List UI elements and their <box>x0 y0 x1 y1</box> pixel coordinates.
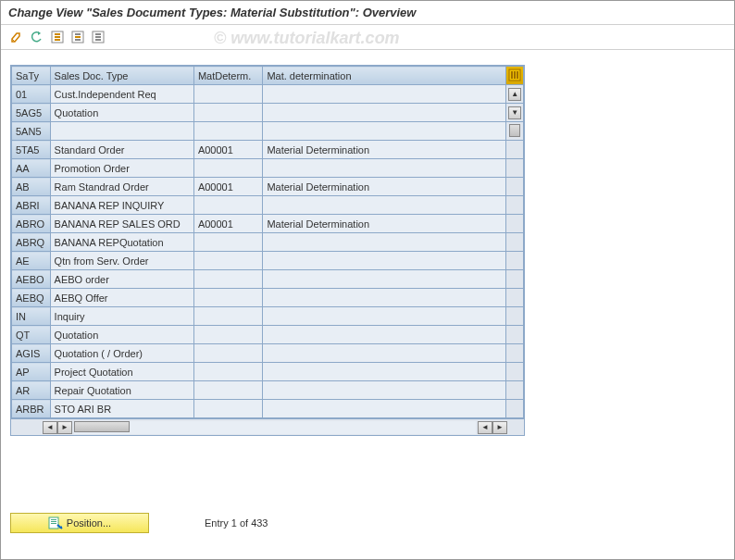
cell-matdet[interactable]: A00001 <box>193 178 263 196</box>
scroll-track[interactable] <box>74 421 476 434</box>
col-header-matdet[interactable]: MatDeterm. <box>193 67 263 85</box>
scroll-up-button[interactable]: ▲ <box>508 88 521 101</box>
cell-saty[interactable]: AEBO <box>12 270 51 289</box>
undo-icon[interactable] <box>29 29 45 45</box>
cell-saty[interactable]: AE <box>12 252 51 270</box>
col-header-doctype[interactable]: Sales Doc. Type <box>50 67 193 85</box>
cell-doctype[interactable]: BANANA REPQuotation <box>50 233 193 252</box>
scroll-left-button[interactable]: ◄ <box>43 421 57 434</box>
table-row[interactable]: AGISQuotation ( / Order) <box>12 344 524 363</box>
deselect-all-icon[interactable] <box>90 29 106 45</box>
cell-matdetdesc[interactable] <box>263 381 506 400</box>
cell-saty[interactable]: 01 <box>12 85 51 104</box>
cell-saty[interactable]: ARBR <box>12 400 51 418</box>
table-row[interactable]: ABROBANANA REP SALES ORDA00001Material D… <box>12 215 524 233</box>
cell-matdet[interactable] <box>193 326 263 344</box>
cell-matdet[interactable] <box>193 289 263 307</box>
scroll-right-end-button[interactable]: ► <box>492 421 507 434</box>
table-row[interactable]: AEQtn from Serv. Order <box>12 252 524 270</box>
cell-matdet[interactable] <box>193 196 263 215</box>
cell-doctype[interactable]: Inquiry <box>50 307 193 326</box>
table-row[interactable]: ARRepair Quotation <box>12 381 524 400</box>
cell-matdetdesc[interactable] <box>263 289 506 307</box>
cell-doctype[interactable]: Quotation <box>50 326 193 344</box>
cell-doctype[interactable]: Ram Standrad Order <box>50 178 193 196</box>
cell-doctype[interactable]: Quotation ( / Order) <box>50 344 193 363</box>
select-block-icon[interactable] <box>69 29 86 45</box>
toggle-change-mode-icon[interactable] <box>8 29 25 45</box>
table-row[interactable]: 5TA5Standard OrderA00001Material Determi… <box>12 141 524 159</box>
cell-matdetdesc[interactable] <box>263 85 506 104</box>
cell-doctype[interactable]: Cust.Independent Req <box>50 85 193 104</box>
cell-saty[interactable]: AP <box>12 363 51 381</box>
table-row[interactable]: ABRam Standrad OrderA00001Material Deter… <box>12 178 524 196</box>
cell-doctype[interactable]: Standard Order <box>50 141 193 159</box>
cell-saty[interactable]: AA <box>12 159 51 178</box>
cell-doctype[interactable]: BANANA REP SALES ORD <box>50 215 193 233</box>
table-config-button[interactable] <box>506 67 524 85</box>
cell-matdetdesc[interactable] <box>263 252 506 270</box>
cell-matdet[interactable] <box>193 233 263 252</box>
scroll-down-button[interactable]: ▼ <box>508 106 521 119</box>
position-button[interactable]: Position... <box>10 513 149 533</box>
cell-matdetdesc[interactable] <box>263 104 506 122</box>
table-row[interactable]: APProject Quotation <box>12 363 524 381</box>
cell-saty[interactable]: AB <box>12 178 51 196</box>
cell-doctype[interactable]: Promotion Order <box>50 159 193 178</box>
cell-matdetdesc[interactable] <box>263 233 506 252</box>
cell-matdetdesc[interactable] <box>263 363 506 381</box>
cell-saty[interactable]: AR <box>12 381 51 400</box>
cell-saty[interactable]: QT <box>12 326 51 344</box>
cell-matdet[interactable] <box>193 307 263 326</box>
table-row[interactable]: ABRIBANANA REP INQUIRY <box>12 196 524 215</box>
cell-matdet[interactable] <box>193 252 263 270</box>
scroll-left-end-button[interactable]: ◄ <box>478 421 492 434</box>
cell-doctype[interactable]: BANANA REP INQUIRY <box>50 196 193 215</box>
cell-matdet[interactable] <box>193 270 263 289</box>
scroll-thumb[interactable] <box>74 421 130 432</box>
cell-doctype[interactable]: AEBQ Offer <box>50 289 193 307</box>
cell-saty[interactable]: 5AN5 <box>12 122 51 141</box>
cell-doctype[interactable]: AEBO order <box>50 270 193 289</box>
table-row[interactable]: INInquiry <box>12 307 524 326</box>
table-row[interactable]: ABRQBANANA REPQuotation <box>12 233 524 252</box>
cell-saty[interactable]: 5TA5 <box>12 141 51 159</box>
cell-matdet[interactable] <box>193 85 263 104</box>
cell-matdetdesc[interactable]: Material Determination <box>263 141 506 159</box>
cell-doctype[interactable]: Repair Quotation <box>50 381 193 400</box>
cell-matdetdesc[interactable] <box>263 326 506 344</box>
cell-saty[interactable]: AGIS <box>12 344 51 363</box>
scroll-right-button[interactable]: ► <box>57 421 72 434</box>
table-row[interactable]: QTQuotation <box>12 326 524 344</box>
cell-matdetdesc[interactable] <box>263 307 506 326</box>
col-header-saty[interactable]: SaTy <box>12 67 51 85</box>
select-all-icon[interactable] <box>49 29 66 45</box>
cell-matdetdesc[interactable]: Material Determination <box>263 178 506 196</box>
table-row[interactable]: 5AG5Quotation▼ <box>12 104 524 122</box>
cell-doctype[interactable] <box>50 122 193 141</box>
cell-matdetdesc[interactable] <box>263 344 506 363</box>
cell-matdet[interactable] <box>193 159 263 178</box>
cell-matdet[interactable]: A00001 <box>193 215 263 233</box>
cell-matdetdesc[interactable]: Material Determination <box>263 215 506 233</box>
table-row[interactable]: 01Cust.Independent Req▲ <box>12 85 524 104</box>
table-row[interactable]: AEBOAEBO order <box>12 270 524 289</box>
table-row[interactable]: AEBQAEBQ Offer <box>12 289 524 307</box>
col-header-matdetdesc[interactable]: Mat. determination <box>263 67 506 85</box>
cell-saty[interactable]: ABRQ <box>12 233 51 252</box>
cell-matdet[interactable] <box>193 344 263 363</box>
cell-doctype[interactable]: Quotation <box>50 104 193 122</box>
table-row[interactable]: AAPromotion Order <box>12 159 524 178</box>
table-row[interactable]: ARBRSTO ARI BR <box>12 400 524 418</box>
cell-saty[interactable]: IN <box>12 307 51 326</box>
cell-doctype[interactable]: Project Quotation <box>50 363 193 381</box>
cell-doctype[interactable]: Qtn from Serv. Order <box>50 252 193 270</box>
scroll-thumb-vertical[interactable] <box>509 124 520 137</box>
cell-matdet[interactable] <box>193 381 263 400</box>
cell-matdet[interactable] <box>193 122 263 141</box>
cell-doctype[interactable]: STO ARI BR <box>50 400 193 418</box>
cell-matdet[interactable]: A00001 <box>193 141 263 159</box>
cell-matdet[interactable] <box>193 104 263 122</box>
cell-matdetdesc[interactable] <box>263 270 506 289</box>
cell-matdetdesc[interactable] <box>263 196 506 215</box>
